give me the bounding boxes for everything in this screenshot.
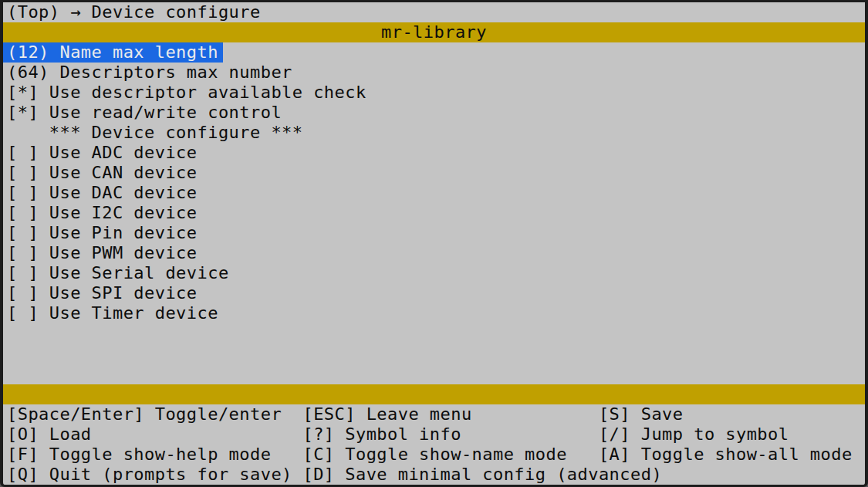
menu-item-name-max-length[interactable]: (12) Name max length	[3, 42, 865, 63]
breadcrumb: (Top) → Device configure	[3, 2, 865, 22]
menu-empty-area	[3, 323, 865, 384]
help-row-showhelp-showname-showall: [F] Toggle show-help mode [C] Toggle sho…	[3, 445, 865, 465]
menu-section-device-configure: *** Device configure ***	[3, 123, 865, 143]
menu-item-use-i2c-device[interactable]: [ ] Use I2C device	[3, 203, 865, 223]
menu-item-use-timer-device[interactable]: [ ] Use Timer device	[3, 303, 865, 323]
menu-item-use-pin-device[interactable]: [ ] Use Pin device	[3, 223, 865, 243]
menu-item-use-spi-device[interactable]: [ ] Use SPI device	[3, 283, 865, 303]
help-row-toggle-leave-save: [Space/Enter] Toggle/enter [ESC] Leave m…	[3, 404, 865, 424]
menu-item-descriptors-max-number[interactable]: (64) Descriptors max number	[3, 63, 865, 83]
menu-item-use-serial-device[interactable]: [ ] Use Serial device	[3, 263, 865, 283]
menu-item-use-pwm-device[interactable]: [ ] Use PWM device	[3, 243, 865, 263]
help-row-quit-saveminimal: [Q] Quit (prompts for save) [D] Save min…	[3, 465, 865, 485]
menu-item-use-read-write-control[interactable]: [*] Use read/write control	[3, 103, 865, 123]
menu-item-use-descriptor-available-check[interactable]: [*] Use descriptor available check	[3, 83, 865, 103]
title-bar: mr-library	[3, 22, 865, 42]
selected-menu-item-label: (12) Name max length	[3, 42, 223, 63]
menu-item-use-adc-device[interactable]: [ ] Use ADC device	[3, 143, 865, 163]
menu-item-use-dac-device[interactable]: [ ] Use DAC device	[3, 183, 865, 203]
help-separator-bar	[3, 384, 865, 404]
help-row-load-symbolinfo-jump: [O] Load [?] Symbol info [/] Jump to sym…	[3, 424, 865, 445]
menu-item-use-can-device[interactable]: [ ] Use CAN device	[3, 163, 865, 183]
menuconfig-terminal-window: (Top) → Device configure mr-library (12)…	[0, 0, 868, 487]
